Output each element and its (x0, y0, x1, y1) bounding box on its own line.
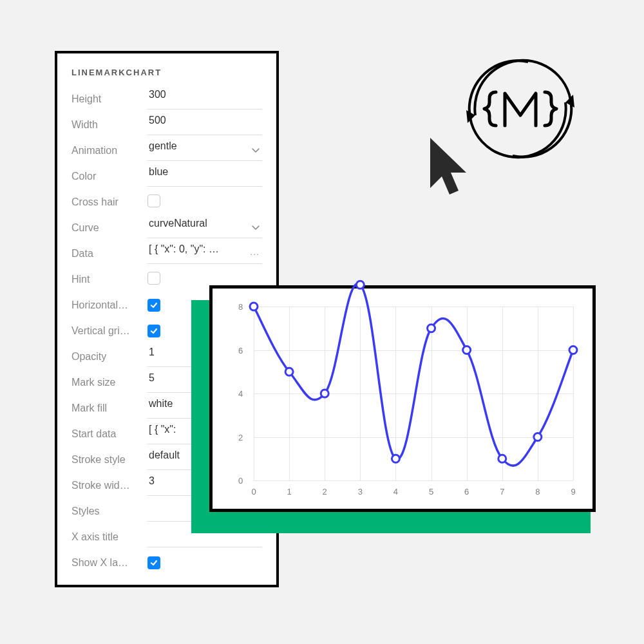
x-tick-label: 4 (393, 487, 398, 497)
property-label: Hint (71, 274, 147, 285)
refresh-icon (466, 61, 574, 157)
property-label: Data (71, 248, 147, 260)
height-input[interactable]: 300 (147, 89, 262, 109)
x-tick-label: 2 (323, 487, 327, 497)
property-label: Horizontal… (71, 299, 147, 311)
x-tick-label: 6 (464, 487, 469, 497)
x-tick-label: 8 (535, 487, 540, 497)
y-tick-label: 8 (238, 302, 243, 312)
y-tick-label: 4 (238, 389, 243, 399)
data-point (392, 455, 399, 462)
y-tick-label: 0 (238, 476, 243, 486)
property-label: Start data (71, 428, 147, 440)
hint-checkbox[interactable] (147, 272, 160, 285)
x-tick-label: 3 (358, 487, 363, 497)
width-input[interactable]: 500 (147, 115, 262, 135)
x-tick-label: 7 (500, 487, 504, 497)
property-control: blue (147, 166, 262, 187)
data-point (285, 368, 293, 375)
svg-marker-2 (430, 138, 466, 194)
property-row-showxla: Show X la… (71, 550, 262, 576)
data-point (250, 303, 258, 310)
vgrid-checkbox[interactable] (147, 325, 160, 337)
property-row-crosshair: Cross hair (71, 189, 262, 215)
data-point (321, 390, 328, 397)
hero-graphic (404, 54, 598, 209)
cursor-icon (430, 138, 466, 194)
property-row-curve: CurvecurveNatural (71, 215, 262, 241)
series-line (254, 284, 573, 466)
property-label: Vertical gri… (71, 325, 147, 337)
chart-preview-card: 024680123456789 (209, 285, 596, 512)
curve-select[interactable]: curveNatural (147, 218, 262, 238)
property-label: Width (71, 119, 147, 131)
property-label: Cross hair (71, 196, 147, 208)
property-control: curveNatural (147, 218, 262, 238)
data-point (498, 455, 506, 462)
property-control: gentle (147, 140, 262, 161)
property-label: Show X la… (71, 557, 147, 569)
property-label: Mark fill (71, 402, 147, 414)
property-label: X axis title (71, 531, 147, 543)
chart-plot-area: 024680123456789 (254, 307, 573, 480)
property-row-data: Data[ { "x": 0, "y": …··· (71, 241, 262, 267)
property-label: Curve (71, 222, 147, 234)
property-control (147, 194, 262, 210)
y-tick-label: 6 (238, 345, 243, 355)
property-label: Color (71, 171, 147, 182)
property-control (147, 556, 262, 570)
property-row-height: Height300 (71, 86, 262, 112)
x-tick-label: 9 (571, 487, 575, 497)
property-label: Stroke style (71, 454, 147, 466)
more-icon[interactable]: ··· (250, 249, 260, 259)
x-tick-label: 5 (429, 487, 433, 497)
y-tick-label: 2 (238, 432, 243, 442)
property-row-color: Colorblue (71, 164, 262, 189)
property-label: Opacity (71, 351, 147, 363)
property-label: Height (71, 93, 147, 105)
data-point (428, 325, 435, 332)
panel-title: LINEMARKCHART (71, 68, 262, 77)
gridline-v (573, 307, 574, 480)
showxla-checkbox[interactable] (147, 556, 160, 569)
animation-select[interactable]: gentle (147, 140, 262, 161)
property-row-width: Width500 (71, 112, 262, 138)
gridline-h (254, 480, 573, 481)
hgrid-checkbox[interactable] (147, 299, 160, 312)
data-point (356, 281, 364, 289)
property-label: Stroke wid… (71, 480, 147, 491)
line-series (254, 307, 573, 480)
property-label: Animation (71, 145, 147, 156)
data-point (534, 433, 542, 441)
code-logo-icon (484, 92, 556, 126)
data-input[interactable]: [ { "x": 0, "y": … (147, 243, 262, 264)
x-tick-label: 1 (287, 487, 291, 497)
property-control: 300 (147, 89, 262, 109)
data-point (463, 346, 471, 354)
property-control: 500 (147, 115, 262, 135)
property-control: [ { "x": 0, "y": …··· (147, 243, 262, 264)
data-point (569, 346, 577, 354)
x-tick-label: 0 (251, 487, 256, 497)
property-label: Styles (71, 506, 147, 517)
property-row-animation: Animationgentle (71, 138, 262, 164)
crosshair-checkbox[interactable] (147, 194, 160, 207)
color-input[interactable]: blue (147, 166, 262, 187)
property-label: Mark size (71, 377, 147, 388)
